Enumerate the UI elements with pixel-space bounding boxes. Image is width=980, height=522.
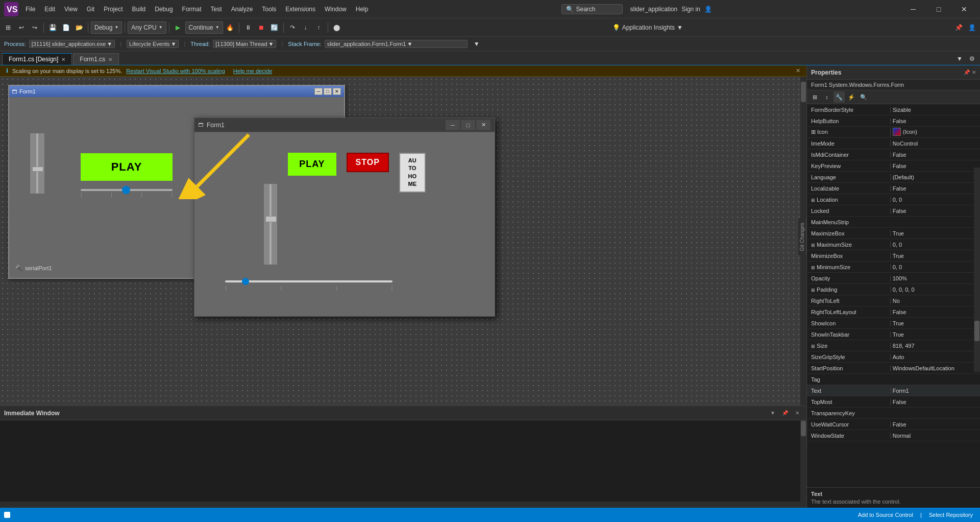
props-properties-button[interactable]: 🔧: [834, 91, 845, 103]
props-row-language[interactable]: Language (Default): [807, 172, 980, 183]
menu-debug[interactable]: Debug: [151, 4, 177, 15]
bp-pin-button[interactable]: 📌: [780, 408, 790, 418]
props-row-padding[interactable]: ⊞ Padding 0, 0, 0, 0: [807, 284, 980, 295]
debug-config-dropdown[interactable]: Debug ▼: [91, 21, 122, 34]
menu-test[interactable]: Test: [207, 4, 226, 15]
props-row-text[interactable]: Text Form1: [807, 385, 980, 396]
props-row-transparencykey[interactable]: TransparencyKey: [807, 408, 980, 419]
outer-play-button[interactable]: PLAY: [81, 153, 173, 181]
add-to-source-button[interactable]: Add to Source Control: [855, 511, 916, 519]
restart-button[interactable]: 🔄: [268, 21, 281, 34]
pin-window-button[interactable]: 📌: [952, 21, 965, 34]
bp-collapse-button[interactable]: ▼: [768, 408, 778, 418]
props-row-icon[interactable]: ⊞ Icon (Icon): [807, 127, 980, 138]
form-maximize-button[interactable]: □: [324, 88, 332, 95]
props-row-keypreview[interactable]: KeyPreview False: [807, 160, 980, 172]
designer-area[interactable]: 🗔 Form1 ─ □ ✕: [0, 77, 806, 406]
prop-value-maximizebox[interactable]: True: [890, 230, 980, 236]
prop-value-helpbutton[interactable]: False: [890, 118, 980, 124]
runtime-maximize-button[interactable]: □: [461, 120, 475, 130]
search-box[interactable]: 🔍 Search: [561, 4, 623, 14]
props-events-button[interactable]: ⚡: [846, 91, 857, 103]
props-close-button[interactable]: ✕: [972, 69, 976, 75]
play-dropdown[interactable]: Continue ▼: [185, 21, 223, 34]
props-row-locked[interactable]: Locked False: [807, 205, 980, 217]
runtime-minimize-button[interactable]: ─: [446, 120, 460, 130]
props-row-mainmenustrip[interactable]: MainMenuStrip: [807, 217, 980, 228]
runtime-h-slider[interactable]: [225, 280, 393, 282]
thread-dropdown[interactable]: [11300] Main Thread ▼: [213, 40, 276, 48]
props-row-maximumsize[interactable]: ⊞ MaximumSize 0, 0: [807, 239, 980, 250]
props-row-maximizebox[interactable]: MaximizeBox True: [807, 228, 980, 239]
tab-form1-cs-close[interactable]: ✕: [108, 57, 112, 62]
menu-tools[interactable]: Tools: [258, 4, 280, 15]
props-row-formborderstyle[interactable]: FormBorderStyle Sizable: [807, 104, 980, 115]
sign-in-button[interactable]: Sign in: [681, 6, 700, 13]
prop-value-windowstate[interactable]: Normal: [890, 433, 980, 439]
bottom-scrollbar-v[interactable]: [800, 420, 806, 508]
props-row-tag[interactable]: Tag: [807, 374, 980, 385]
props-row-ismdicontainer[interactable]: IsMdiContainer False: [807, 149, 980, 160]
props-row-showicon[interactable]: ShowIcon True: [807, 318, 980, 329]
prop-value-topmost[interactable]: False: [890, 399, 980, 405]
runtime-auto-home-button[interactable]: AU TO HO ME: [399, 153, 426, 193]
user-icon[interactable]: 👤: [704, 6, 712, 13]
step-into-button[interactable]: ↓: [300, 21, 312, 34]
props-row-size[interactable]: ⊞ Size 818, 497: [807, 340, 980, 351]
props-search-button[interactable]: 🔍: [858, 91, 869, 103]
menu-help[interactable]: Help: [352, 4, 373, 15]
menu-build[interactable]: Build: [128, 4, 150, 15]
prop-value-formborderstyle[interactable]: Sizable: [890, 107, 980, 113]
prop-value-locked[interactable]: False: [890, 208, 980, 214]
minimize-button[interactable]: ─: [901, 0, 925, 18]
menu-git[interactable]: Git: [83, 4, 99, 15]
tab-settings-button[interactable]: ⚙: [966, 53, 978, 65]
tab-collapse-button[interactable]: ▼: [953, 53, 966, 65]
pause-button[interactable]: ⏸: [242, 21, 254, 34]
props-row-showintaskbar[interactable]: ShowInTaskbar True: [807, 329, 980, 340]
prop-value-showintaskbar[interactable]: True: [890, 331, 980, 338]
prop-value-righttoleft[interactable]: No: [890, 298, 980, 304]
props-alphabetical-button[interactable]: ↕: [821, 91, 832, 103]
runtime-stop-button[interactable]: STOP: [347, 153, 389, 172]
tab-form1-design[interactable]: Form1.cs [Design] ✕: [2, 53, 72, 65]
tab-form1-design-close[interactable]: ✕: [61, 57, 65, 62]
menu-extensions[interactable]: Extensions: [281, 4, 320, 15]
props-row-location[interactable]: ⊞ Location 0, 0: [807, 194, 980, 205]
menu-edit[interactable]: Edit: [40, 4, 59, 15]
undo-button[interactable]: ↩: [15, 21, 28, 34]
bp-close-button[interactable]: ✕: [792, 408, 802, 418]
runtime-vertical-slider[interactable]: [263, 183, 278, 265]
prop-value-showicon[interactable]: True: [890, 320, 980, 326]
props-row-localizable[interactable]: Localizable False: [807, 183, 980, 194]
menu-project[interactable]: Project: [100, 4, 127, 15]
immediate-window-content[interactable]: [0, 420, 806, 508]
info-close-button[interactable]: ✕: [796, 67, 800, 74]
menu-analyze[interactable]: Analyze: [227, 4, 257, 15]
props-row-helpbutton[interactable]: HelpButton False: [807, 115, 980, 127]
prop-value-minimizebox[interactable]: True: [890, 253, 980, 259]
prop-value-text[interactable]: Form1: [890, 388, 980, 394]
save-button[interactable]: 💾: [46, 21, 59, 34]
props-scrollbar[interactable]: [974, 168, 980, 372]
form-minimize-button[interactable]: ─: [314, 88, 323, 95]
tab-form1-cs[interactable]: Form1.cs ✕: [73, 53, 119, 65]
prop-value-imemode[interactable]: NoControl: [890, 140, 980, 147]
prop-value-padding[interactable]: 0, 0, 0, 0: [890, 287, 980, 293]
prop-value-minimumsize[interactable]: 0, 0: [890, 264, 980, 270]
props-row-startposition[interactable]: StartPosition WindowsDefaultLocation: [807, 363, 980, 374]
prop-value-keypreview[interactable]: False: [890, 163, 980, 169]
platform-dropdown[interactable]: Any CPU ▼: [128, 21, 166, 34]
prop-value-usewaitcursor[interactable]: False: [890, 421, 980, 428]
restart-link[interactable]: Restart Visual Studio with 100% scaling: [126, 68, 225, 74]
props-categorized-button[interactable]: ⊞: [809, 91, 820, 103]
props-pin-button[interactable]: 📌: [964, 69, 970, 75]
prop-value-startposition[interactable]: WindowsDefaultLocation: [890, 365, 980, 371]
new-file-button[interactable]: 📄: [60, 21, 72, 34]
process-value-dropdown[interactable]: [31116] slider_application.exe ▼: [29, 40, 115, 48]
outer-slider[interactable]: [81, 189, 173, 191]
prop-value-opacity[interactable]: 100%: [890, 275, 980, 281]
prop-value-icon[interactable]: (Icon): [890, 128, 980, 137]
prop-value-sizegripstyle[interactable]: Auto: [890, 354, 980, 360]
bottom-scrollbar-h[interactable]: [0, 502, 800, 508]
